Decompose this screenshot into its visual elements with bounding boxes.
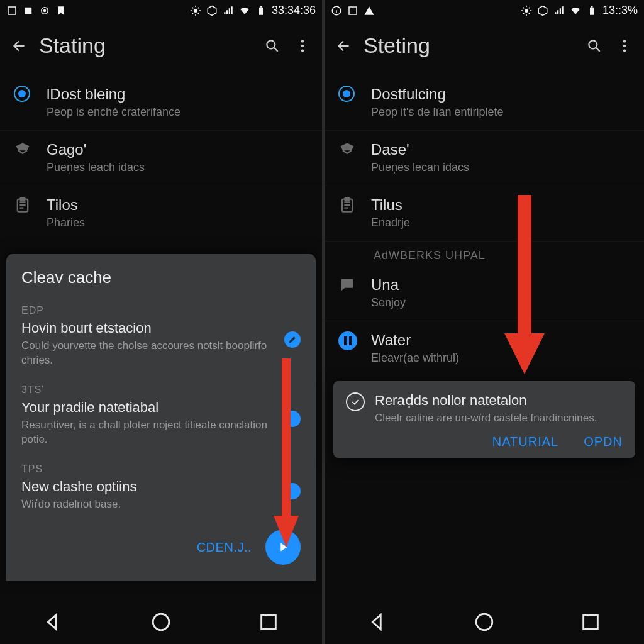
snackbar: Reraḍds nollor natetalon Cleelr caline a… bbox=[333, 381, 635, 458]
nav-home-icon[interactable] bbox=[150, 611, 172, 633]
list-item-subtitle: Pueņes leach idacs bbox=[47, 161, 308, 174]
clipboard-icon bbox=[338, 196, 356, 214]
wifi-icon bbox=[239, 5, 250, 16]
list-item[interactable]: lDost bleing Peop is enchè craterifance bbox=[0, 75, 322, 131]
sheet-row-title: Hovin bourt etstacion bbox=[21, 320, 301, 336]
list-item[interactable]: Tilus Enadrje bbox=[325, 186, 644, 242]
list-item-title: Dase' bbox=[371, 141, 630, 158]
section-header: AdWBERKS UHPAL bbox=[325, 242, 644, 266]
gear-icon bbox=[521, 5, 532, 16]
svg-point-10 bbox=[301, 44, 304, 47]
svg-marker-5 bbox=[208, 6, 216, 15]
sheet-row-desc: Could yourvette the cholse accoures nots… bbox=[21, 339, 301, 368]
svg-marker-21 bbox=[538, 6, 547, 15]
status-time: 13::3% bbox=[602, 4, 638, 17]
svg-point-24 bbox=[589, 40, 597, 48]
search-icon[interactable] bbox=[264, 38, 280, 54]
svg-rect-29 bbox=[345, 197, 350, 201]
list-item-subtitle: Eleavr(ae withrul) bbox=[371, 352, 630, 365]
list-item-subtitle: Pharies bbox=[47, 216, 308, 230]
svg-rect-1 bbox=[25, 7, 32, 14]
phone-left: 33:34:36 Stating lDost bleing Peop is en… bbox=[0, 0, 322, 644]
sheet-row[interactable]: EDP Hovin bourt etstacion Could yourvett… bbox=[21, 300, 301, 379]
page-title: Stating bbox=[39, 33, 250, 58]
nav-bar bbox=[0, 600, 322, 644]
sheet-row-tag: TPS bbox=[21, 464, 301, 475]
radio-selected-icon bbox=[338, 86, 355, 102]
svg-rect-22 bbox=[590, 7, 594, 14]
clipboard-icon bbox=[14, 196, 31, 214]
svg-rect-0 bbox=[8, 7, 16, 14]
list-item[interactable]: Water Eleavr(ae withrul) bbox=[325, 321, 644, 376]
wifi-icon bbox=[570, 5, 581, 16]
svg-point-25 bbox=[623, 40, 626, 42]
bottom-sheet: Cleav cache EDP Hovin bourt etstacion Co… bbox=[6, 254, 316, 581]
svg-point-16 bbox=[153, 614, 169, 630]
toggle-dot-icon[interactable] bbox=[284, 483, 301, 499]
svg-point-11 bbox=[301, 49, 304, 52]
snackbar-action-button[interactable]: OPDN bbox=[584, 435, 623, 449]
signal-icon bbox=[223, 5, 234, 16]
search-icon[interactable] bbox=[586, 38, 602, 54]
battery-icon bbox=[255, 5, 267, 16]
svg-point-9 bbox=[301, 40, 304, 42]
chat-icon bbox=[338, 276, 356, 294]
signal-icon bbox=[553, 5, 565, 16]
nav-bar bbox=[325, 600, 644, 644]
svg-rect-33 bbox=[584, 615, 598, 630]
nav-back-icon[interactable] bbox=[43, 611, 64, 633]
check-circle-icon bbox=[346, 392, 365, 411]
status-bar: 33:34:36 bbox=[0, 0, 322, 19]
svg-rect-6 bbox=[259, 7, 263, 14]
list-item-title: Tilus bbox=[371, 196, 630, 214]
status-bar: 13::3% bbox=[325, 0, 644, 19]
battery-icon bbox=[586, 5, 597, 16]
square-outline-icon bbox=[6, 5, 18, 16]
fab-play-button[interactable] bbox=[265, 530, 301, 565]
list-item-title: Dostfulcing bbox=[371, 86, 630, 103]
list-item[interactable]: Dase' Pueņes lecan idacs bbox=[325, 131, 644, 186]
gear-icon bbox=[190, 5, 201, 16]
pause-icon bbox=[338, 331, 357, 350]
sheet-action-button[interactable]: CDEN.J.. bbox=[197, 540, 252, 555]
list-item[interactable]: Una Senjoy bbox=[325, 266, 644, 321]
snackbar-desc: Cleelr caline are un-wïrd castele fnardi… bbox=[375, 411, 597, 426]
nav-back-icon[interactable] bbox=[367, 611, 389, 633]
list-item-subtitle: Senjoy bbox=[371, 296, 630, 309]
list-item-title: Tilos bbox=[47, 196, 308, 214]
sheet-row[interactable]: 3TS' Your pradile natetiabal Resuṇtiver,… bbox=[21, 379, 301, 458]
sheet-row-desc: Wiṙdo radelnot base. bbox=[21, 497, 301, 512]
svg-rect-19 bbox=[349, 7, 357, 14]
back-icon[interactable] bbox=[336, 38, 352, 54]
list-item[interactable]: Dostfulcing Peop it's de lïan entiriplet… bbox=[325, 75, 644, 131]
svg-rect-13 bbox=[21, 197, 25, 201]
radio-selected-icon bbox=[14, 86, 30, 102]
nav-home-icon[interactable] bbox=[474, 611, 495, 633]
status-time: 33:34:36 bbox=[272, 4, 316, 17]
list-item[interactable]: Tilos Pharies bbox=[0, 186, 322, 241]
svg-point-32 bbox=[476, 614, 492, 630]
info-circle-icon bbox=[331, 5, 342, 16]
more-vert-icon[interactable] bbox=[294, 38, 311, 54]
target-icon bbox=[39, 5, 50, 16]
nav-recent-icon[interactable] bbox=[258, 611, 279, 633]
square-outline-icon bbox=[347, 5, 358, 16]
list-item[interactable]: Gago' Pueņes leach idacs bbox=[0, 131, 322, 186]
hexagon-icon bbox=[537, 5, 548, 16]
toggle-dot-icon[interactable] bbox=[284, 411, 301, 427]
more-vert-icon[interactable] bbox=[616, 38, 633, 54]
tag-icon bbox=[14, 141, 31, 158]
back-icon[interactable] bbox=[11, 38, 28, 54]
svg-point-3 bbox=[44, 9, 46, 11]
sheet-row[interactable]: TPS New clashe optiins Wiṙdo radelnot ba… bbox=[21, 458, 301, 523]
edit-icon[interactable] bbox=[284, 331, 301, 348]
list-item-subtitle: Enadrje bbox=[371, 216, 630, 230]
svg-point-20 bbox=[525, 9, 528, 13]
nav-recent-icon[interactable] bbox=[580, 611, 601, 633]
snackbar-action-button[interactable]: NATURIAL bbox=[492, 435, 558, 449]
app-bar: Steting bbox=[325, 19, 644, 75]
svg-point-26 bbox=[623, 44, 626, 47]
svg-rect-23 bbox=[591, 6, 592, 7]
sheet-row-title: Your pradile natetiabal bbox=[21, 399, 301, 416]
app-bar: Stating bbox=[0, 19, 322, 75]
